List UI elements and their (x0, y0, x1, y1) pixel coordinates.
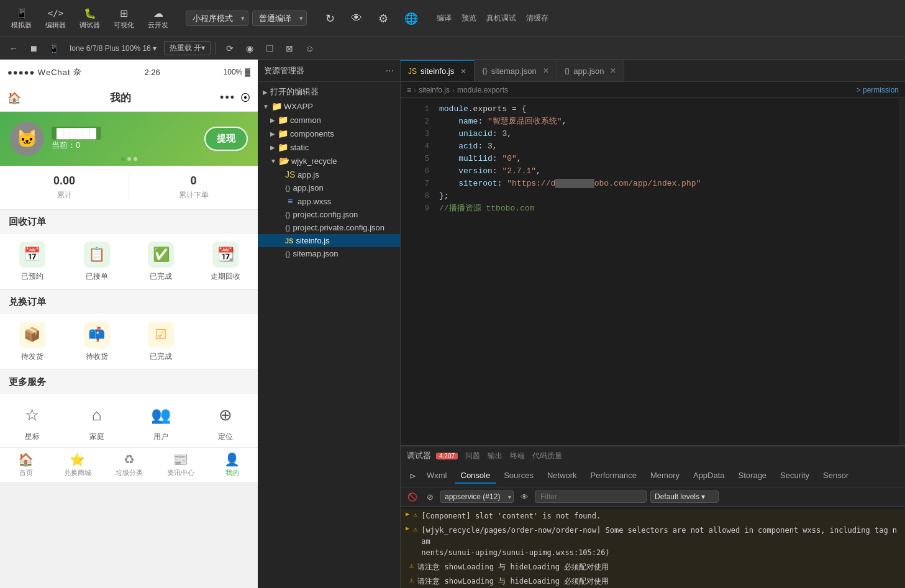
file-panel-more-btn[interactable]: ··· (386, 65, 394, 76)
section-recycle-title: 回收订单 (0, 210, 258, 234)
chevron-right-icon: ▶ (270, 144, 275, 151)
nav-mine[interactable]: 👤 我的 (206, 448, 258, 482)
debug-tab-bar: ⊳ Wxml Console Sources Network Performan… (401, 465, 905, 487)
home-nav-icon[interactable]: 🏠 (7, 91, 21, 105)
grid-item-location[interactable]: ⊕ 定位 (193, 402, 258, 442)
grid-item-accepted[interactable]: 📋 已接单 (65, 242, 129, 282)
tab-app-json[interactable]: {} app.json ✕ (557, 60, 625, 81)
static-folder[interactable]: ▶ 📁 static (258, 140, 400, 154)
eye-debug-btn[interactable]: 👁 (517, 490, 531, 504)
tab-network[interactable]: Network (541, 468, 583, 484)
service-select[interactable]: appservice (#12) (440, 491, 514, 503)
code-line-9: 9 //播播资源 ttbobo.com (401, 202, 905, 215)
tab-app-json-label: app.json (573, 66, 604, 76)
grid-item-star[interactable]: ☆ 星标 (0, 402, 65, 442)
project-private-config-item[interactable]: {} project.private.config.json (258, 221, 400, 234)
tab-sensor[interactable]: Sensor (817, 468, 855, 484)
grid-item-pending-recv[interactable]: 📫 待收货 (65, 322, 129, 362)
app-js-item[interactable]: JS app.js (258, 168, 400, 181)
rotate-btn[interactable]: ⟳ (221, 40, 239, 57)
scan-icon[interactable]: ⦿ (240, 93, 250, 104)
siteinfo-js-item[interactable]: JS siteinfo.js (258, 234, 400, 247)
real-debug-btn[interactable]: ⚙ (372, 9, 394, 28)
grid-item-reserved[interactable]: 📅 已预约 (0, 242, 65, 282)
tab-close-btn[interactable]: ✕ (460, 67, 466, 76)
code-editor[interactable]: 1 module.exports = { 2 name: "智慧废品回收系统",… (401, 98, 905, 445)
stat-total-label: 累计 (0, 190, 129, 201)
app-wxss-item[interactable]: ≡ app.wxss (258, 194, 400, 208)
mode-select[interactable]: 小程序模式 (186, 11, 248, 26)
simulate-btn[interactable]: 📱 模拟器 (6, 4, 37, 32)
grid2-btn[interactable]: ⊠ (281, 40, 298, 57)
bottom-nav: 🏠 首页 ⭐ 兑换商城 ♻ 垃圾分类 📰 资讯中心 👤 我的 (0, 447, 258, 482)
refresh-btn[interactable]: ↻ (319, 9, 341, 28)
folder-open-icon: 📂 (279, 156, 289, 166)
chevron-right-icon: ▶ (263, 89, 268, 96)
clear-btn[interactable]: 🌐 (398, 9, 424, 28)
nav-news[interactable]: 📰 资讯中心 (155, 448, 206, 482)
location-label: 定位 (218, 432, 233, 442)
phone-sim-btn[interactable]: 📱 (45, 40, 62, 57)
log-line-4: ⚠ 请注意 showLoading 与 hideLoading 必须配对使用 (401, 574, 905, 588)
pause-btn[interactable]: ⊘ (423, 490, 437, 504)
grid-item-users[interactable]: 👥 用户 (129, 402, 194, 442)
preview-btn[interactable]: 👁 (345, 9, 368, 27)
grid-item-periodic[interactable]: 📆 走期回收 (193, 242, 258, 282)
phone-screen: ●●●●● WeChat 奈 2:26 100% ▓ 🏠 我的 ••• ⦿ (0, 60, 258, 588)
tab-security[interactable]: Security (774, 468, 816, 484)
code-line-1: 1 module.exports = { (401, 103, 905, 115)
debug-btn[interactable]: 🐛 调试器 (75, 4, 105, 32)
tab-appdata[interactable]: AppData (687, 468, 731, 484)
hotreload-btn[interactable]: 热重载 开▾ (164, 41, 211, 55)
editor-btn[interactable]: </> 编辑器 (40, 4, 71, 32)
nav-exchange[interactable]: ⭐ 兑换商城 (52, 448, 103, 482)
clear-console-btn[interactable]: 🚫 (406, 490, 419, 504)
accepted-icon: 📋 (84, 242, 110, 268)
pending-recv-label: 待收货 (86, 351, 108, 362)
tab-wxml[interactable]: Wxml (421, 468, 453, 484)
grid-item-pending-ship[interactable]: 📦 待发货 (0, 322, 65, 362)
components-folder[interactable]: ▶ 📁 components (258, 127, 400, 140)
page-title: 我的 (110, 91, 131, 105)
level-select[interactable]: Default levels ▾ (650, 491, 719, 503)
debug-nav-btn[interactable]: ⊳ (406, 469, 419, 483)
grid-item-exchange-done[interactable]: ☑ 已完成 (129, 322, 194, 362)
grid-item-completed[interactable]: ✅ 已完成 (129, 242, 194, 282)
stop2-btn[interactable]: ◉ (241, 40, 258, 57)
nav-more-btn[interactable]: ••• (220, 91, 235, 104)
withdraw-btn[interactable]: 提现 (204, 127, 248, 151)
project-config-item[interactable]: {} project.config.json (258, 208, 400, 221)
common-label: common (290, 115, 321, 125)
common-folder[interactable]: ▶ 📁 common (258, 113, 400, 127)
open-editors-item[interactable]: ▶ 打开的编辑器 (258, 84, 400, 99)
tab-console[interactable]: Console (455, 468, 497, 484)
phone2-btn[interactable]: ☐ (261, 40, 278, 57)
tab-storage[interactable]: Storage (732, 468, 773, 484)
cloud-btn[interactable]: ☁ 云开发 (143, 4, 173, 32)
wxss-file-icon: ≡ (285, 196, 295, 206)
app-json-item[interactable]: {} app.json (258, 181, 400, 194)
file-tree: ▶ 打开的编辑器 ▼ 📁 WXAPP ▶ 📁 common ▶ 📁 compon… (258, 82, 400, 588)
wjyk-recycle-folder[interactable]: ▼ 📂 wjyk_recycle (258, 154, 400, 168)
tab-sitemap-close[interactable]: ✕ (543, 66, 549, 75)
stop-btn[interactable]: ⏹ (25, 40, 42, 57)
compile-select[interactable]: 普通编译 (252, 11, 307, 26)
nav-home[interactable]: 🏠 首页 (0, 448, 52, 482)
tab-siteinfo-js[interactable]: JS siteinfo.js ✕ (401, 60, 475, 81)
nav-recycle[interactable]: ♻ 垃圾分类 (103, 448, 155, 482)
grid-item-home[interactable]: ⌂ 家庭 (65, 402, 129, 442)
tab-performance[interactable]: Performance (584, 468, 643, 484)
back-btn[interactable]: ← (5, 40, 22, 57)
sitemap-json-item[interactable]: {} sitemap.json (258, 247, 400, 260)
tab-sitemap-json[interactable]: {} sitemap.json ✕ (475, 60, 557, 81)
siteinfo-js-label: siteinfo.js (296, 236, 329, 245)
filter-input[interactable] (535, 491, 647, 503)
face-btn[interactable]: ☺ (301, 40, 318, 57)
tab-sources[interactable]: Sources (498, 468, 540, 484)
signal-dots: ●●●●● WeChat (7, 68, 71, 77)
tab-app-json-close[interactable]: ✕ (610, 66, 616, 75)
file-panel-title: 资源管理器 (264, 65, 304, 76)
tab-memory[interactable]: Memory (644, 468, 686, 484)
visualize-btn[interactable]: ⊞ 可视化 (109, 4, 139, 32)
wxapp-root-item[interactable]: ▼ 📁 WXAPP (258, 99, 400, 113)
